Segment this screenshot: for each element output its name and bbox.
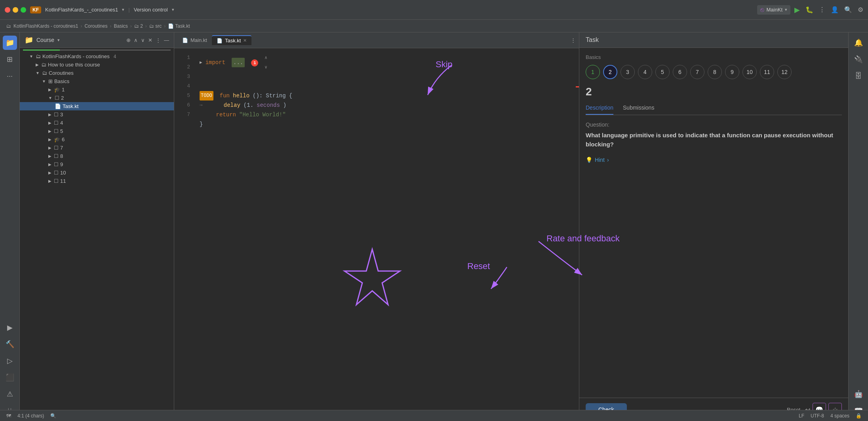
sidebar-terminal-icon[interactable]: ⬛ — [3, 370, 17, 385]
tab-mainkt[interactable]: 📄 Main.kt — [177, 36, 212, 45]
mainkt-icon: 📄 — [182, 38, 188, 43]
num-badge-10[interactable]: 10 — [742, 65, 757, 79]
tree-label-taskkt: Task.kt — [63, 103, 78, 109]
tree-item-taskkt[interactable]: 📄 Task.kt — [20, 102, 174, 110]
breadcrumb-basics[interactable]: Basics — [114, 23, 128, 29]
num-badge-5[interactable]: 5 — [655, 65, 670, 79]
run-config[interactable]: ⎋ MainKt ▾ — [757, 5, 790, 15]
num-badge-4[interactable]: 4 — [638, 65, 652, 79]
hint-chevron-icon: › — [607, 157, 609, 163]
tree-label-3: 3 — [60, 112, 63, 118]
line-numbers: 1 2 3 4 5 6 7 — [174, 48, 193, 421]
tree-label-1: 1 — [62, 87, 65, 93]
sidebar-run-icon[interactable]: ▷ — [3, 354, 17, 368]
tree-item-5[interactable]: ▶ ☐ 5 — [20, 127, 174, 135]
tree-item-7[interactable]: ▶ ☐ 7 — [20, 144, 174, 152]
course-header: 📁 Course ▾ ⊕ ∧ ∨ ✕ ⋮ — — [20, 32, 174, 48]
tree-label-6: 6 — [62, 137, 65, 142]
version-control[interactable]: Version control — [134, 7, 168, 13]
num-badge-2[interactable]: 2 — [603, 65, 617, 79]
add-icon[interactable]: ⊕ — [126, 37, 131, 43]
tree-label-7: 7 — [60, 145, 63, 151]
tree-item-9[interactable]: ▶ ☐ 9 — [20, 160, 174, 169]
database-icon[interactable]: 🗄 — [851, 69, 866, 83]
tree-item-1[interactable]: ▶ 🎓 1 — [20, 85, 174, 94]
debug-icon[interactable]: 🐛 — [805, 6, 813, 13]
breadcrumb-taskkt[interactable]: 📄 Task.kt — [168, 23, 190, 29]
encoding[interactable]: UTF-8 — [811, 413, 824, 419]
sidebar-play-icon[interactable]: ▶ — [3, 320, 17, 335]
minimize-panel-icon[interactable]: — — [164, 37, 169, 43]
tab-close-icon[interactable]: ✕ — [243, 38, 247, 43]
question-text: What language primitive is used to indic… — [586, 131, 842, 149]
breadcrumb-src[interactable]: 🗂 src — [149, 23, 162, 29]
breadcrumb-item-1[interactable]: 🗂 — [6, 23, 11, 29]
sidebar-folder-icon[interactable]: 📁 — [3, 36, 17, 50]
indent[interactable]: 4 spaces — [830, 413, 849, 419]
tab-mainkt-label: Main.kt — [190, 37, 207, 43]
num-badge-11[interactable]: 11 — [760, 65, 774, 79]
more-icon[interactable]: ⋮ — [819, 6, 825, 13]
plugin-icon[interactable]: 🔌 — [851, 52, 866, 66]
sidebar-error-icon[interactable]: ⚠ — [3, 387, 17, 401]
search-icon[interactable]: 🔍 — [844, 6, 852, 13]
num-badge-3[interactable]: 3 — [621, 65, 635, 79]
import-collapsed[interactable]: ... — [232, 58, 245, 67]
version-control-dropdown[interactable]: ▾ — [172, 7, 174, 12]
tree-item-3[interactable]: ▶ ☐ 3 — [20, 110, 174, 119]
close-button[interactable] — [5, 7, 10, 13]
settings-icon[interactable]: ⚙ — [858, 6, 863, 13]
num-badge-7[interactable]: 7 — [690, 65, 704, 79]
tab-more-icon[interactable]: ⋮ — [571, 37, 576, 43]
maximize-button[interactable] — [21, 7, 26, 13]
tab-submissions[interactable]: Submissions — [623, 104, 654, 115]
tree-item-4[interactable]: ▶ ☐ 4 — [20, 119, 174, 127]
profile-icon[interactable]: 👤 — [831, 6, 839, 13]
num-badge-8[interactable]: 8 — [708, 65, 722, 79]
paren-open: (1. — [244, 101, 253, 110]
error-container: 1 — [251, 58, 258, 67]
line-ending[interactable]: LF — [799, 413, 804, 419]
tree-item-project[interactable]: ▼ 🗂 KotlinFlashKards - coroutines 4 — [20, 52, 174, 61]
tree-item-basics[interactable]: ▼ ⊞ Basics — [20, 77, 174, 85]
close-panel-icon[interactable]: ✕ — [148, 37, 152, 43]
num-badge-12[interactable]: 12 — [777, 65, 792, 79]
course-dropdown[interactable]: ▾ — [57, 38, 60, 43]
ai-icon[interactable]: 🤖 — [851, 387, 866, 401]
nav-down-icon[interactable]: ∨ — [141, 37, 145, 43]
course-tree: ▼ 🗂 KotlinFlashKards - coroutines 4 ▶ 🗂 … — [20, 48, 174, 413]
tree-item-6[interactable]: ▶ 🎓 6 — [20, 135, 174, 144]
tree-item-11[interactable]: ▶ ☐ 11 — [20, 177, 174, 185]
tree-item-coroutines[interactable]: ▼ 🗂 Coroutines — [20, 69, 174, 77]
hint-button[interactable]: 💡 Hint › — [586, 157, 842, 163]
notification-icon[interactable]: 🔔 — [851, 36, 866, 50]
tree-item-howto[interactable]: ▶ 🗂 How to use this course — [20, 61, 174, 69]
num-badge-6[interactable]: 6 — [673, 65, 687, 79]
nav-up-icon[interactable]: ∧ — [134, 37, 138, 43]
num-badge-1[interactable]: 1 — [586, 65, 600, 79]
fold-arrows[interactable]: ∧∨ — [265, 53, 267, 72]
tree-arrow-2: ▼ — [48, 96, 52, 100]
sidebar-more-icon[interactable]: ··· — [3, 69, 17, 83]
project-name[interactable]: KotlinFlashKards_-_coroutines1 — [45, 7, 118, 13]
run-config-dropdown[interactable]: ▾ — [785, 7, 787, 12]
num-badge-9[interactable]: 9 — [725, 65, 739, 79]
gear-icon[interactable]: ⋮ — [156, 37, 161, 43]
breadcrumb-coroutines[interactable]: Coroutines — [84, 23, 107, 29]
minimize-button[interactable] — [13, 7, 18, 13]
tree-item-8[interactable]: ▶ ☐ 8 — [20, 152, 174, 160]
sidebar-grid-icon[interactable]: ⊞ — [3, 52, 17, 66]
sidebar-build-icon[interactable]: 🔨 — [3, 337, 17, 351]
project-dropdown[interactable]: ▾ — [122, 7, 124, 12]
tree-label-10: 10 — [60, 170, 66, 176]
task-panel: Task Basics 1 2 3 4 5 6 7 8 9 10 11 12 2… — [579, 32, 848, 421]
breadcrumb-2[interactable]: 🗂 2 — [134, 23, 143, 29]
run-icon[interactable]: ▶ — [794, 6, 800, 14]
expand-import-icon[interactable]: ▶ — [200, 58, 202, 67]
tab-taskkt[interactable]: 📄 Task.kt ✕ — [212, 35, 251, 45]
tree-item-10[interactable]: ▶ ☐ 10 — [20, 169, 174, 177]
breadcrumb-project[interactable]: KotlinFlashKards - coroutines1 — [13, 23, 78, 29]
tree-item-2[interactable]: ▼ ☐ 2 — [20, 94, 174, 102]
tab-description[interactable]: Description — [586, 104, 613, 115]
right-sidebar-icons: 🔔 🔌 🗄 🤖 📖 — [848, 32, 868, 421]
